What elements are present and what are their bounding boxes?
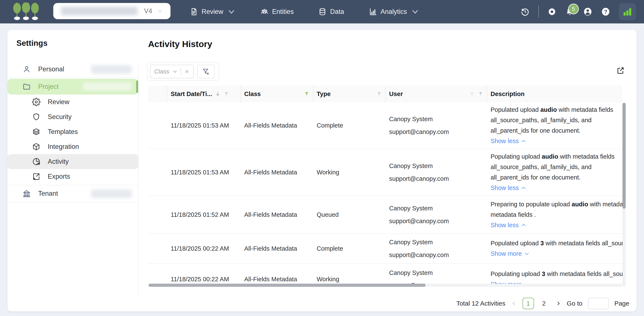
- chevron-down-icon[interactable]: [172, 69, 178, 74]
- description-line: Populating upload 3 with metadata fields…: [490, 269, 622, 279]
- description-line: all_source_paths, all_family_ids, and: [490, 115, 622, 125]
- description-cell: Populating upload 3 with metadata fields…: [487, 264, 622, 284]
- show-less-link[interactable]: Show less: [490, 136, 622, 146]
- nav-item-entities[interactable]: Entities: [260, 7, 294, 16]
- user-email: support@canopy.com: [389, 125, 484, 138]
- class-cell: All-Fields Metadata: [241, 102, 313, 149]
- svg-text:?: ?: [604, 9, 607, 15]
- canopy-logo-icon[interactable]: [12, 2, 40, 21]
- sidebar-item-project[interactable]: Project: [8, 79, 138, 94]
- table-header: Start Date/Ti...ClassTypeUserDescription: [148, 86, 622, 102]
- sidebar-item-label: Personal: [38, 65, 64, 73]
- user-email: support@canopy.com: [389, 172, 484, 185]
- goto-page-input[interactable]: [588, 298, 608, 309]
- show-more-link[interactable]: Show more: [490, 249, 622, 259]
- notifications-bell-icon[interactable]: 5: [565, 7, 574, 16]
- project-selector[interactable]: V4: [53, 3, 170, 19]
- main-nav: Review Entities Data Analytics: [190, 0, 420, 23]
- column-header-class[interactable]: Class: [241, 86, 313, 102]
- sidebar-item-security[interactable]: Security: [8, 109, 138, 124]
- start-date-cell: 11/18/2025 01:53 AM: [167, 102, 241, 149]
- sort-descending-icon[interactable]: [215, 91, 220, 97]
- export-icon[interactable]: [616, 66, 624, 74]
- shield-icon: [32, 113, 40, 121]
- column-header-user[interactable]: User: [386, 86, 487, 102]
- account-icon[interactable]: [583, 7, 592, 16]
- project-version-label: V4: [144, 3, 152, 19]
- settings-sidebar: Settings Personal Project Review Securit…: [8, 30, 138, 311]
- sidebar-item-tenant[interactable]: Tenant: [8, 186, 138, 201]
- sidebar-item-activity[interactable]: Activity: [8, 154, 138, 169]
- next-page-icon[interactable]: [556, 301, 561, 306]
- column-label: Class: [244, 90, 261, 97]
- show-less-link[interactable]: Show less: [490, 220, 622, 230]
- sidebar-item-review[interactable]: Review: [8, 94, 138, 109]
- notification-count-badge: 5: [568, 3, 579, 14]
- table-row: 11/18/2025 00:22 AMAll-Fields MetadataCo…: [148, 234, 622, 264]
- remove-filter-icon[interactable]: [184, 69, 190, 74]
- user-email: support@canopy.com: [389, 215, 484, 227]
- show-less-link[interactable]: Show less: [490, 183, 622, 193]
- row-select-cell: [148, 196, 167, 233]
- filter-funnel-icon[interactable]: [304, 91, 310, 97]
- vertical-scrollbar-thumb[interactable]: [622, 103, 626, 209]
- row-select-cell: [148, 234, 167, 263]
- column-header-description[interactable]: Description: [487, 86, 622, 102]
- sidebar-item-label: Exports: [48, 173, 70, 180]
- sidebar-item-label: Project: [38, 83, 58, 90]
- page-title: Activity History: [148, 39, 212, 49]
- horizontal-scrollbar[interactable]: [148, 284, 622, 287]
- description-cell: Preparing to populate upload audio with …: [487, 196, 622, 233]
- nav-item-data[interactable]: Data: [318, 7, 344, 16]
- chevron-down-icon[interactable]: [157, 8, 163, 14]
- table-row: 11/18/2025 01:53 AMAll-Fields MetadataCo…: [148, 102, 622, 149]
- filter-funnel-icon[interactable]: [224, 91, 229, 97]
- sidebar-item-label: Review: [48, 98, 70, 106]
- description-line: all_parent_ids for one document.: [490, 172, 622, 183]
- description-line: Populated upload 3 with metadata fields …: [490, 238, 622, 249]
- sort-ascending-icon[interactable]: [469, 91, 475, 97]
- class-filter-chip[interactable]: Class: [150, 65, 194, 78]
- description-cell: Populating upload audio with metadata fi…: [487, 149, 622, 196]
- nav-item-review[interactable]: Review: [190, 7, 236, 16]
- column-header-type[interactable]: Type: [313, 86, 386, 102]
- class-cell: All-Fields Metadata: [241, 234, 313, 263]
- filter-funnel-icon[interactable]: [376, 91, 382, 97]
- vertical-scrollbar[interactable]: [622, 102, 626, 287]
- history-icon[interactable]: [520, 7, 530, 16]
- type-cell: Complete: [313, 102, 386, 149]
- help-icon[interactable]: ?: [601, 7, 610, 16]
- show-more-link[interactable]: Show more: [490, 279, 622, 284]
- user-email: support@canopy.com: [389, 279, 484, 284]
- topbar-actions: 5 ?: [520, 0, 636, 23]
- previous-page-icon[interactable]: [511, 301, 517, 306]
- nav-item-analytics[interactable]: Analytics: [369, 7, 420, 16]
- user-name: Canopy System: [389, 202, 484, 215]
- sidebar-group-divider: [8, 185, 138, 185]
- analytics-widget-button[interactable]: [619, 3, 636, 20]
- description-line: all_source_paths, all_family_ids, and: [490, 162, 622, 172]
- horizontal-scrollbar-thumb[interactable]: [148, 284, 426, 287]
- filter-funnel-icon[interactable]: [478, 91, 483, 97]
- page-button-2[interactable]: 2: [538, 298, 550, 309]
- table-row: 11/18/2025 01:53 AMAll-Fields MetadataWo…: [148, 149, 622, 196]
- sidebar-item-exports[interactable]: Exports: [8, 169, 138, 184]
- page-button-1[interactable]: 1: [522, 298, 534, 309]
- bank-icon: [22, 189, 31, 198]
- clear-all-filters-button[interactable]: [197, 65, 214, 78]
- row-select-cell: [148, 149, 167, 196]
- nav-label: Data: [330, 8, 344, 15]
- column-header-start-date-ti[interactable]: Start Date/Ti...: [167, 86, 241, 102]
- database-icon: [318, 7, 327, 16]
- start-date-cell: 11/18/2025 01:53 AM: [167, 149, 241, 196]
- sidebar-item-integration[interactable]: Integration: [8, 139, 138, 154]
- user-cell: Canopy Systemsupport@canopy.com: [386, 149, 487, 196]
- user-name: Canopy System: [389, 113, 484, 125]
- sidebar-item-label: Integration: [48, 143, 79, 151]
- type-cell: Working: [313, 149, 386, 196]
- settings-gear-icon[interactable]: [547, 7, 557, 16]
- sidebar-item-templates[interactable]: Templates: [8, 124, 138, 139]
- chip-divider: [181, 68, 181, 75]
- sidebar-item-personal[interactable]: Personal: [8, 62, 138, 77]
- user-email: support@canopy.com: [389, 249, 484, 261]
